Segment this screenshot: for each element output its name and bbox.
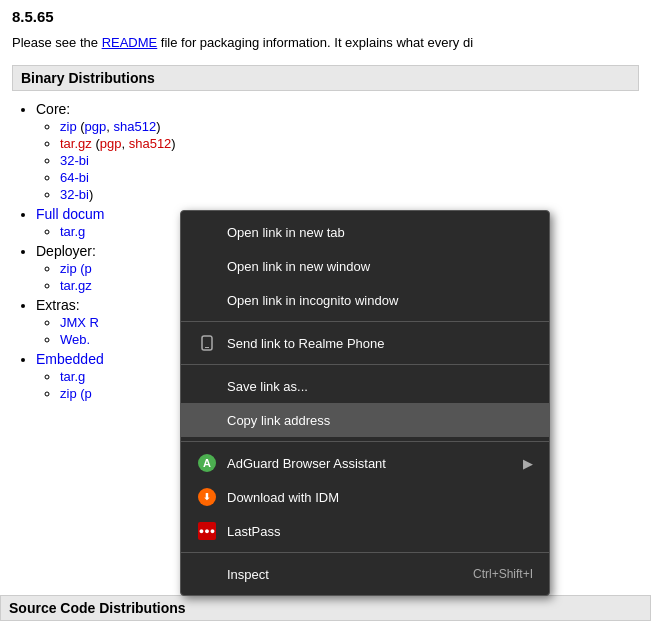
lastpass-label: LastPass bbox=[227, 524, 280, 539]
adguard-item[interactable]: A AdGuard Browser Assistant ▶ bbox=[181, 446, 549, 480]
no-icon-6 bbox=[197, 564, 217, 584]
sha512-2-link[interactable]: sha512 bbox=[129, 136, 172, 151]
no-icon-1 bbox=[197, 222, 217, 242]
adguard-arrow-icon: ▶ bbox=[523, 456, 533, 471]
separator-1 bbox=[181, 321, 549, 322]
web-link[interactable]: Web. bbox=[60, 332, 90, 347]
binary-section-title: Binary Distributions bbox=[21, 70, 155, 86]
save-link-label: Save link as... bbox=[227, 379, 308, 394]
core-label: Core: bbox=[36, 101, 70, 117]
open-new-tab-item[interactable]: Open link in new tab bbox=[181, 215, 549, 249]
save-link-item[interactable]: Save link as... bbox=[181, 369, 549, 403]
info-after: file for packaging information. It expla… bbox=[157, 35, 473, 50]
deployer-zip-link[interactable]: zip (p bbox=[60, 261, 92, 276]
version-text: 8.5.65 bbox=[12, 8, 54, 25]
deployer-label: Deployer: bbox=[36, 243, 96, 259]
sha512-link[interactable]: sha512 bbox=[114, 119, 157, 134]
send-to-phone-label: Send link to Realme Phone bbox=[227, 336, 385, 351]
separator-4 bbox=[181, 552, 549, 553]
32bit-link2[interactable]: 32-bi bbox=[60, 187, 89, 202]
lastpass-icon: ●●● bbox=[197, 521, 217, 541]
context-menu: Open link in new tab Open link in new wi… bbox=[180, 210, 550, 596]
64bit-link[interactable]: 64-bi bbox=[60, 170, 89, 185]
info-text: Please see the README file for packaging… bbox=[12, 33, 639, 53]
list-item: tar.gz (pgp, sha512) bbox=[60, 136, 639, 151]
separator-2 bbox=[181, 364, 549, 365]
inspect-shortcut: Ctrl+Shift+I bbox=[473, 567, 533, 581]
open-incognito-label: Open link in incognito window bbox=[227, 293, 398, 308]
separator-3 bbox=[181, 441, 549, 442]
embedded-link[interactable]: Embedded bbox=[36, 351, 104, 367]
phone-icon bbox=[197, 333, 217, 353]
open-incognito-item[interactable]: Open link in incognito window bbox=[181, 283, 549, 317]
extras-label: Extras: bbox=[36, 297, 80, 313]
list-item: zip (pgp, sha512) bbox=[60, 119, 639, 134]
targz-link[interactable]: tar.gz bbox=[60, 136, 92, 151]
adguard-label: AdGuard Browser Assistant bbox=[227, 456, 386, 471]
embedded-tar-link[interactable]: tar.g bbox=[60, 369, 85, 384]
idm-item[interactable]: ⬇ Download with IDM bbox=[181, 480, 549, 514]
fulldoc-tar-link[interactable]: tar.g bbox=[60, 224, 85, 239]
adguard-icon: A bbox=[197, 453, 217, 473]
info-before: Please see the bbox=[12, 35, 102, 50]
no-icon-3 bbox=[197, 290, 217, 310]
copy-link-label: Copy link address bbox=[227, 413, 330, 428]
deployer-tar-link[interactable]: tar.gz bbox=[60, 278, 92, 293]
embedded-zip-link[interactable]: zip (p bbox=[60, 386, 92, 401]
inspect-item[interactable]: Inspect Ctrl+Shift+I bbox=[181, 557, 549, 591]
readme-link[interactable]: README bbox=[102, 35, 158, 50]
page-title: 8.5.65 bbox=[12, 8, 639, 25]
pgp2-link[interactable]: pgp bbox=[100, 136, 122, 151]
idm-icon: ⬇ bbox=[197, 487, 217, 507]
bottom-section: Source Code Distributions bbox=[0, 595, 651, 631]
fulldoc-link[interactable]: Full docum bbox=[36, 206, 104, 222]
list-item: 32-bi) bbox=[60, 187, 639, 202]
idm-label: Download with IDM bbox=[227, 490, 339, 505]
copy-link-item[interactable]: Copy link address bbox=[181, 403, 549, 437]
send-to-phone-item[interactable]: Send link to Realme Phone bbox=[181, 326, 549, 360]
no-icon-4 bbox=[197, 376, 217, 396]
svg-rect-1 bbox=[205, 347, 209, 348]
open-new-window-label: Open link in new window bbox=[227, 259, 370, 274]
list-item-core: Core: zip (pgp, sha512) tar.gz (pgp, sha… bbox=[36, 101, 639, 202]
32bit-link1[interactable]: 32-bi bbox=[60, 153, 89, 168]
list-item: 64-bi bbox=[60, 170, 639, 185]
zip-link[interactable]: zip bbox=[60, 119, 77, 134]
source-section-title: Source Code Distributions bbox=[9, 600, 186, 616]
list-item: 32-bi bbox=[60, 153, 639, 168]
lastpass-item[interactable]: ●●● LastPass bbox=[181, 514, 549, 548]
source-section-header: Source Code Distributions bbox=[0, 595, 651, 621]
open-new-tab-label: Open link in new tab bbox=[227, 225, 345, 240]
core-sub-list: zip (pgp, sha512) tar.gz (pgp, sha512) 3… bbox=[36, 119, 639, 202]
no-icon-2 bbox=[197, 256, 217, 276]
open-new-window-item[interactable]: Open link in new window bbox=[181, 249, 549, 283]
jmx-link[interactable]: JMX R bbox=[60, 315, 99, 330]
binary-section-header: Binary Distributions bbox=[12, 65, 639, 91]
pgp-link[interactable]: pgp bbox=[85, 119, 107, 134]
no-icon-5 bbox=[197, 410, 217, 430]
inspect-label: Inspect bbox=[227, 567, 269, 582]
